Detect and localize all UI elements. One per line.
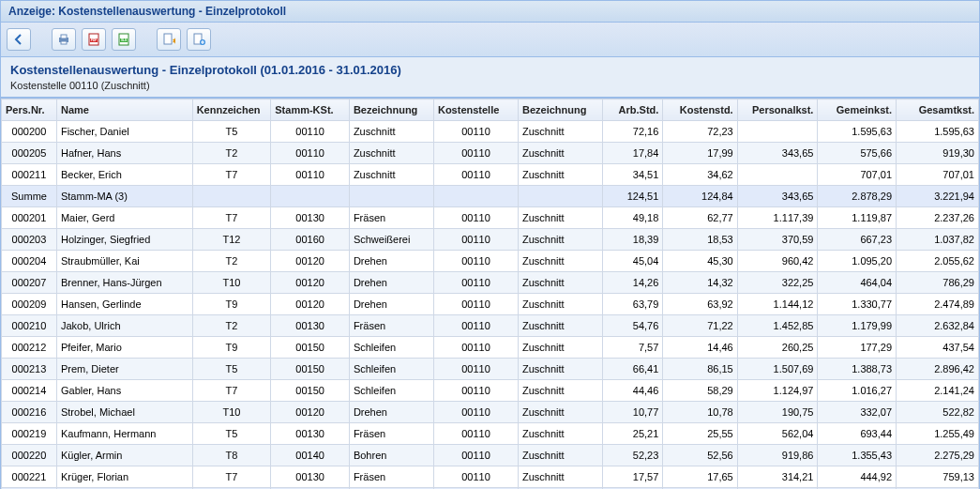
cell: 00110 [433,337,518,359]
cell: 00110 [433,380,518,402]
cell: 34,62 [663,164,737,186]
col-header[interactable]: Bezeichnung [518,99,602,121]
cell: 1.355,43 [818,445,897,466]
col-header[interactable]: Bezeichnung [349,99,433,121]
col-header[interactable]: Stamm-KSt. [271,99,350,121]
cell: Fräsen [349,423,433,445]
cell: T12 [192,229,271,251]
cell: 00110 [433,294,518,315]
export-pdf-button[interactable]: PDF [82,28,106,51]
cell: T7 [192,207,271,229]
cell: 00120 [271,402,350,423]
cell: 00150 [271,380,350,402]
cell: 52,23 [603,445,663,466]
svg-text:PDF: PDF [91,38,97,42]
cell: 00150 [271,359,350,380]
col-header[interactable]: Gemeinkst. [818,99,897,121]
cell: Jakob, Ulrich [56,315,192,337]
new-doc-button[interactable]: ✱ [157,28,181,51]
cell: 34,51 [603,164,663,186]
cell: Fräsen [349,207,433,229]
cell: Drehen [349,402,433,423]
table-row[interactable]: 000201Maier, GerdT700130Fräsen00110Zusch… [2,207,979,229]
cell: T5 [192,359,271,380]
svg-rect-1 [61,35,67,38]
cell: 54,76 [603,315,663,337]
cell: Zuschnitt [349,143,433,164]
cell: Hafner, Hans [56,143,192,164]
table-row[interactable]: 000204Straubmüller, KaiT200120Drehen0011… [2,251,979,272]
col-header[interactable]: Gesamtkst. [897,99,979,121]
table-row[interactable]: 000207Brenner, Hans-JürgenT1000120Drehen… [2,272,979,294]
svg-text:✱: ✱ [173,38,175,44]
cell: 18,39 [603,229,663,251]
export-xls-button[interactable]: XLS [112,28,136,51]
table-row[interactable]: 000205Hafner, HansT200110Zuschnitt00110Z… [2,143,979,164]
cell [737,121,818,143]
cell: 00120 [271,294,350,315]
table-row[interactable]: 000211Becker, ErichT700110Zuschnitt00110… [2,164,979,186]
table-row[interactable]: 000219Kaufmann, HermannT500130Fräsen0011… [2,423,979,445]
table-row[interactable]: 000210Jakob, UlrichT200130Fräsen00110Zus… [2,315,979,337]
cell: 2.237,26 [897,207,979,229]
header-title: Kostenstellenauswertung - Einzelprotokol… [58,5,286,18]
cell: 919,86 [737,445,818,466]
cell: Stamm-MA (3) [56,186,192,207]
cell: Strobel, Michael [56,402,192,423]
cell: 960,42 [737,251,818,272]
cell: Becker, Erich [56,164,192,186]
cell: 7,57 [603,337,663,359]
cell: 444,92 [818,466,897,488]
cell [737,164,818,186]
cell: T9 [192,294,271,315]
cell: 919,30 [897,143,979,164]
cell: Brenner, Hans-Jürgen [56,272,192,294]
cell: 2.632,84 [897,315,979,337]
table-row[interactable]: 000200Fischer, DanielT500110Zuschnitt001… [2,121,979,143]
table-row[interactable]: 000220Kügler, ArminT800140Bohren00110Zus… [2,445,979,466]
cell: Drehen [349,251,433,272]
cell: T7 [192,466,271,488]
cell: 1.255,49 [897,423,979,445]
doc-add-button[interactable] [187,28,211,51]
col-header[interactable]: Name [56,99,192,121]
col-header[interactable]: Arb.Std. [603,99,663,121]
cell: 00130 [271,423,350,445]
col-header[interactable]: Kennzeichen [192,99,271,121]
cell: 2.474,89 [897,294,979,315]
back-button[interactable] [7,28,31,51]
print-button[interactable] [52,28,76,51]
cell: T2 [192,143,271,164]
table-row[interactable]: 000213Prem, DieterT500150Schleifen00110Z… [2,359,979,380]
table-row[interactable]: 000216Strobel, MichaelT1000120Drehen0011… [2,402,979,423]
cell: T10 [192,402,271,423]
table-row[interactable]: 000214Gabler, HansT700150Schleifen00110Z… [2,380,979,402]
col-header[interactable]: Kostenstelle [433,99,518,121]
cell: 000204 [2,251,57,272]
cell: 1.119,87 [818,207,897,229]
col-header[interactable]: Pers.Nr. [2,99,57,121]
svg-text:XLS: XLS [121,38,127,42]
cell [433,186,518,207]
cell: 00160 [271,229,350,251]
cell: 2.878,29 [818,186,897,207]
cell: Drehen [349,272,433,294]
cell: 00110 [433,445,518,466]
table-row[interactable]: SummeStamm-MA (3)124,51124,84343,652.878… [2,186,979,207]
cell: Kaufmann, Hermann [56,423,192,445]
cell: 00110 [433,207,518,229]
cell: Straubmüller, Kai [56,251,192,272]
cell: 14,26 [603,272,663,294]
cell: 1.095,20 [818,251,897,272]
cell: 000203 [2,229,57,251]
cell: 437,54 [897,337,979,359]
table-row[interactable]: 000212Pfeifer, MarioT900150Schleifen0011… [2,337,979,359]
table-row[interactable]: 000221Krüger, FlorianT700130Fräsen00110Z… [2,466,979,488]
col-header[interactable]: Personalkst. [737,99,818,121]
col-header[interactable]: Kostenstd. [663,99,737,121]
cell: 86,15 [663,359,737,380]
table-row[interactable]: 000209Hansen, GerlindeT900120Drehen00110… [2,294,979,315]
cell: 464,04 [818,272,897,294]
cell: 343,65 [737,186,818,207]
table-row[interactable]: 000203Holzinger, SiegfriedT1200160Schwei… [2,229,979,251]
